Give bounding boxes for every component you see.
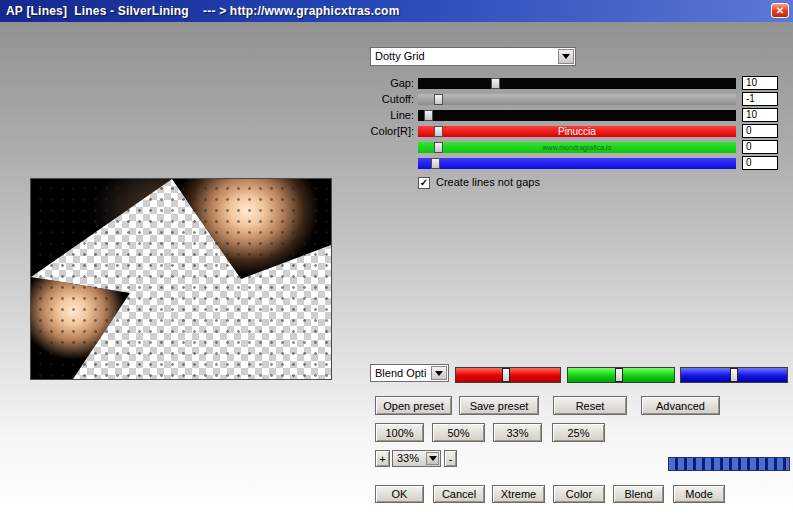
zoom-level-dropdown[interactable]: 33% <box>392 450 441 467</box>
close-button[interactable]: ✕ <box>771 3 789 18</box>
progress-meter <box>668 457 790 471</box>
slider-color-green-thumb[interactable] <box>434 142 443 153</box>
window-title: AP [Lines] Lines - SilverLining --- > ht… <box>6 4 400 18</box>
plugin-window: AP [Lines] Lines - SilverLining --- > ht… <box>0 0 793 517</box>
blend-options-value: Blend Opti <box>375 365 432 381</box>
zoom-33-button[interactable]: 33% <box>493 423 542 442</box>
preset-dropdown-button[interactable] <box>558 49 574 64</box>
slider-label-color-r: Color[R]: <box>330 126 414 137</box>
mode-button[interactable]: Mode <box>673 485 725 503</box>
slider-label-cutoff: Cutoff: <box>330 94 414 105</box>
create-lines-label: Create lines not gaps <box>436 176 540 188</box>
slider-line[interactable] <box>418 110 736 121</box>
slider-line-value[interactable]: 10 <box>742 108 778 122</box>
slider-gap[interactable] <box>418 78 736 89</box>
reset-button[interactable]: Reset <box>553 396 627 415</box>
title-bar[interactable]: AP [Lines] Lines - SilverLining --- > ht… <box>0 0 793 22</box>
watermark-pinuccia: Pinuccia <box>418 126 736 137</box>
blue-channel-thumb[interactable] <box>730 368 738 382</box>
slider-color-blue[interactable] <box>418 158 736 169</box>
open-preset-button[interactable]: Open preset <box>375 396 452 415</box>
zoom-25-button[interactable]: 25% <box>552 423 605 442</box>
slider-label-gap: Gap: <box>330 78 414 89</box>
slider-cutoff-thumb[interactable] <box>434 94 443 105</box>
cancel-button[interactable]: Cancel <box>433 485 485 503</box>
zoom-plus-button[interactable]: + <box>375 450 390 467</box>
filter-preview <box>30 178 332 380</box>
slider-color-red[interactable]: Pinuccia <box>418 126 736 137</box>
green-channel-slider[interactable] <box>567 367 675 383</box>
create-lines-checkbox[interactable]: ✓ <box>418 177 430 189</box>
zoom-level-value: 33% <box>397 451 426 466</box>
slider-color-red-thumb[interactable] <box>434 126 443 137</box>
xtreme-button[interactable]: Xtreme <box>492 485 545 503</box>
blend-button[interactable]: Blend <box>613 485 664 503</box>
preset-dropdown[interactable]: Dotty Grid <box>370 47 576 66</box>
close-icon: ✕ <box>776 5 784 16</box>
green-channel-thumb[interactable] <box>615 368 623 382</box>
blend-options-dropdown-button[interactable] <box>431 366 447 380</box>
chevron-down-icon <box>429 456 437 461</box>
zoom-level-dropdown-button[interactable] <box>426 452 439 465</box>
preview-dot-grid <box>31 179 331 379</box>
slider-cutoff-value[interactable]: -1 <box>742 92 778 106</box>
blue-channel-slider[interactable] <box>680 367 788 383</box>
preset-dropdown-value: Dotty Grid <box>375 48 557 65</box>
watermark-url: www.mondragrafica.io <box>418 142 736 154</box>
slider-cutoff[interactable] <box>418 94 736 105</box>
chevron-down-icon <box>435 371 443 376</box>
zoom-50-button[interactable]: 50% <box>432 423 485 442</box>
slider-gap-value[interactable]: 10 <box>742 76 778 90</box>
blend-options-dropdown[interactable]: Blend Opti <box>370 364 449 382</box>
zoom-minus-button[interactable]: - <box>444 450 457 467</box>
ok-button[interactable]: OK <box>375 485 424 503</box>
save-preset-button[interactable]: Save preset <box>459 396 539 415</box>
advanced-button[interactable]: Advanced <box>641 396 720 415</box>
slider-gap-thumb[interactable] <box>491 78 500 89</box>
slider-color-blue-thumb[interactable] <box>431 158 440 169</box>
red-channel-slider[interactable] <box>455 367 561 383</box>
chevron-down-icon <box>562 54 570 59</box>
slider-line-thumb[interactable] <box>424 110 433 121</box>
slider-label-line: Line: <box>330 110 414 121</box>
slider-color-green-value[interactable]: 0 <box>742 140 778 154</box>
color-button[interactable]: Color <box>553 485 605 503</box>
check-icon: ✓ <box>420 178 428 188</box>
slider-color-red-value[interactable]: 0 <box>742 124 778 138</box>
zoom-100-button[interactable]: 100% <box>375 423 424 442</box>
red-channel-thumb[interactable] <box>502 368 510 382</box>
slider-color-green[interactable]: www.mondragrafica.io <box>418 142 736 153</box>
slider-color-blue-value[interactable]: 0 <box>742 156 778 170</box>
